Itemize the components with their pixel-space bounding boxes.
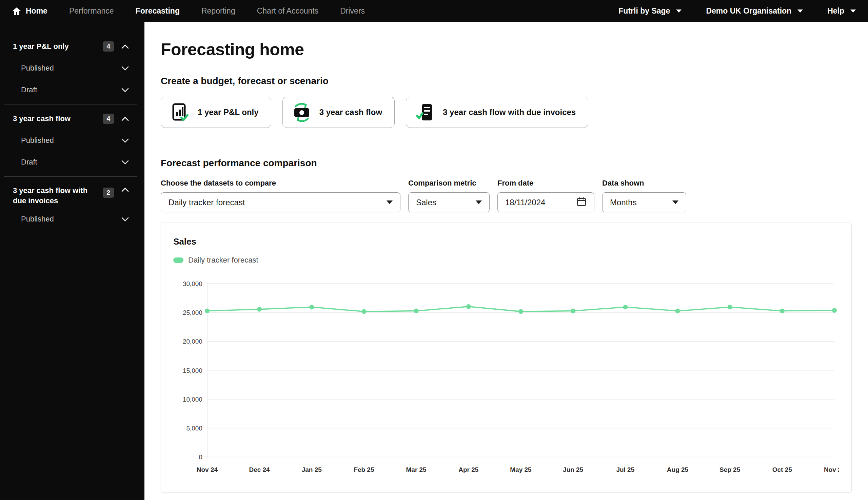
svg-text:Dec 24: Dec 24 [249, 466, 270, 473]
chevron-up-icon [121, 117, 129, 121]
invoice-check-icon [416, 103, 435, 122]
sidebar-item-label: Published [21, 215, 121, 224]
svg-text:Mar 25: Mar 25 [406, 466, 427, 473]
primary-nav: Home Performance Forecasting Reporting C… [12, 7, 365, 15]
svg-text:Sep 25: Sep 25 [719, 466, 741, 473]
home-icon [12, 7, 21, 15]
svg-text:25,000: 25,000 [183, 309, 202, 316]
comparison-filters: Choose the datasets to compare Daily tra… [161, 179, 852, 212]
svg-text:20,000: 20,000 [183, 338, 202, 345]
legend-swatch [173, 258, 183, 263]
sidebar-item-published[interactable]: Published [0, 208, 144, 230]
nav-item-label: Chart of Accounts [257, 7, 319, 15]
svg-text:Aug 25: Aug 25 [667, 466, 688, 473]
chevron-down-icon [121, 66, 129, 70]
organisation-menu[interactable]: Demo UK Organisation [706, 7, 803, 15]
nav-item-home[interactable]: Home [12, 7, 47, 15]
sidebar-item-draft[interactable]: Draft [0, 79, 144, 101]
svg-text:Feb 25: Feb 25 [354, 466, 374, 473]
sidebar-item-label: Draft [21, 158, 121, 167]
product-menu-label: Futrli by Sage [618, 7, 670, 15]
create-3yr-cashflow-invoices-button[interactable]: 3 year cash flow with due invoices [406, 97, 588, 128]
app-window: Home Performance Forecasting Reporting C… [0, 0, 868, 500]
svg-text:5,000: 5,000 [186, 425, 202, 432]
svg-text:Apr 25: Apr 25 [459, 466, 478, 473]
count-badge: 2 [103, 188, 114, 198]
sidebar-section-1yr-pnl[interactable]: 1 year P&L only 4 [0, 36, 144, 57]
sidebar-item-label: Published [21, 136, 121, 145]
data-shown-field: Data shown Months [602, 179, 686, 212]
datasets-select[interactable]: Daily tracker forecast [161, 192, 401, 212]
main-content: Forecasting home Create a budget, foreca… [144, 22, 868, 500]
chevron-up-icon [121, 44, 129, 49]
option-label: 3 year cash flow [320, 107, 382, 117]
sidebar-section-3yr-cashflow-invoices[interactable]: 3 year cash flow with due invoices 2 [0, 180, 144, 208]
sidebar-item-label: Draft [21, 86, 121, 94]
nav-item-drivers[interactable]: Drivers [340, 7, 365, 15]
nav-item-reporting[interactable]: Reporting [201, 7, 235, 15]
calendar-icon[interactable] [576, 196, 587, 208]
sidebar-section-3yr-cashflow[interactable]: 3 year cash flow 4 [0, 108, 144, 129]
comparison-section-heading: Forecast performance comparison [161, 158, 852, 169]
svg-text:0: 0 [199, 454, 202, 461]
datasets-select-value: Daily tracker forecast [169, 198, 245, 207]
option-label: 1 year P&L only [198, 107, 259, 117]
svg-text:Jul 25: Jul 25 [616, 466, 634, 473]
nav-item-label: Drivers [340, 7, 365, 15]
create-1yr-pnl-button[interactable]: 1 year P&L only [161, 97, 271, 128]
chevron-down-icon [121, 88, 129, 92]
metric-select-value: Sales [416, 198, 436, 207]
nav-item-label: Home [26, 7, 47, 15]
svg-text:Jun 25: Jun 25 [563, 466, 583, 473]
svg-text:30,000: 30,000 [183, 280, 202, 287]
sidebar-item-published[interactable]: Published [0, 129, 144, 151]
data-shown-select[interactable]: Months [602, 192, 686, 212]
svg-text:10,000: 10,000 [183, 396, 202, 403]
chevron-down-icon [121, 138, 129, 143]
svg-text:Nov 25: Nov 25 [824, 466, 839, 473]
chevron-down-icon [672, 201, 679, 204]
chevron-down-icon [676, 10, 682, 13]
product-menu[interactable]: Futrli by Sage [618, 7, 682, 15]
svg-text:15,000: 15,000 [183, 367, 202, 374]
nav-item-performance[interactable]: Performance [69, 7, 114, 15]
pnl-chart-icon [171, 103, 189, 122]
secondary-nav: Futrli by Sage Demo UK Organisation Help [618, 7, 856, 15]
page-title: Forecasting home [161, 40, 852, 59]
chevron-down-icon [121, 160, 129, 164]
data-shown-value: Months [610, 198, 637, 207]
svg-text:Oct 25: Oct 25 [772, 466, 792, 473]
chart-area: 05,00010,00015,00020,00025,00030,000Nov … [173, 273, 839, 484]
nav-item-chart-of-accounts[interactable]: Chart of Accounts [257, 7, 319, 15]
nav-item-forecasting[interactable]: Forecasting [136, 7, 180, 15]
nav-item-label: Forecasting [136, 7, 180, 15]
chevron-down-icon [386, 201, 393, 204]
nav-item-label: Performance [69, 7, 114, 15]
option-label: 3 year cash flow with due invoices [443, 107, 576, 117]
svg-text:Jan 25: Jan 25 [302, 466, 322, 473]
chevron-up-icon [121, 188, 129, 192]
sidebar-item-published[interactable]: Published [0, 57, 144, 79]
sidebar-item-draft[interactable]: Draft [0, 151, 144, 173]
cash-cycle-icon [292, 103, 311, 122]
from-date-field: From date 18/11/2024 [497, 179, 594, 212]
create-3yr-cashflow-button[interactable]: 3 year cash flow [282, 97, 395, 128]
chart-legend: Daily tracker forecast [173, 256, 839, 264]
forecast-sidebar: 1 year P&L only 4 Published Draft 3 year… [0, 22, 144, 500]
sales-chart-card: Sales Daily tracker forecast 05,00010,00… [161, 223, 852, 492]
count-badge: 4 [103, 114, 114, 124]
chart-title: Sales [173, 236, 839, 247]
sidebar-section-label: 1 year P&L only [13, 42, 103, 52]
sales-line-chart: 05,00010,00015,00020,00025,00030,000Nov … [173, 273, 839, 484]
metric-field-label: Comparison metric [408, 179, 490, 188]
datasets-field-label: Choose the datasets to compare [161, 179, 401, 188]
metric-field: Comparison metric Sales [408, 179, 490, 212]
from-date-label: From date [497, 179, 594, 188]
sidebar-item-label: Published [21, 64, 121, 72]
from-date-value: 18/11/2024 [505, 198, 545, 207]
help-menu[interactable]: Help [827, 7, 856, 15]
metric-select[interactable]: Sales [408, 192, 490, 212]
sidebar-divider [4, 177, 137, 177]
from-date-input[interactable]: 18/11/2024 [497, 192, 594, 212]
count-badge: 4 [103, 42, 114, 52]
